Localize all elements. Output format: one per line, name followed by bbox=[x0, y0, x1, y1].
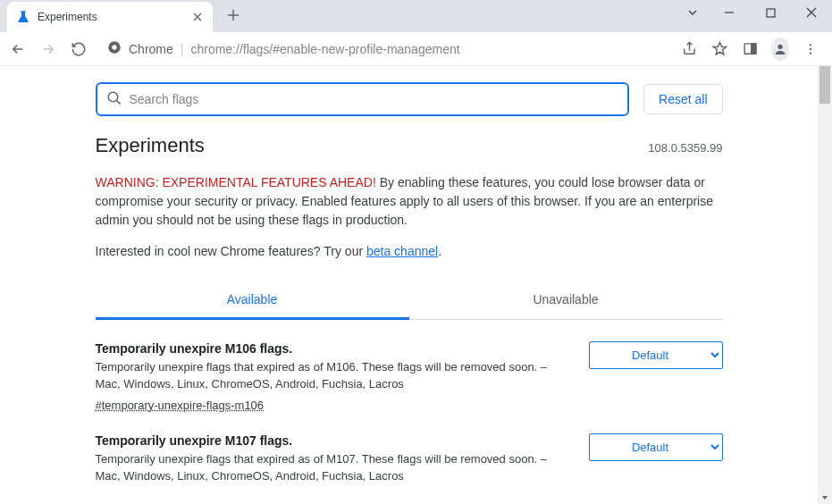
svg-point-7 bbox=[810, 47, 811, 49]
flag-title: Temporarily unexpire M106 flags. bbox=[96, 341, 567, 356]
flag-state-select[interactable]: Default bbox=[589, 433, 723, 461]
back-button[interactable] bbox=[7, 38, 29, 60]
svg-point-9 bbox=[108, 92, 118, 102]
omnibox-url: chrome://flags/#enable-new-profile-manag… bbox=[190, 42, 459, 56]
profile-avatar[interactable] bbox=[771, 40, 789, 58]
bookmark-star-icon[interactable] bbox=[710, 40, 728, 58]
tab-search-chevron-icon[interactable] bbox=[677, 0, 709, 25]
close-tab-icon[interactable] bbox=[191, 9, 204, 26]
browser-tab[interactable]: Experiments bbox=[7, 2, 213, 32]
beta-line: Interested in cool new Chrome features? … bbox=[96, 244, 723, 258]
vertical-scrollbar[interactable] bbox=[818, 66, 832, 504]
scrollbar-down-arrow-icon[interactable] bbox=[819, 491, 830, 504]
titlebar: Experiments bbox=[0, 0, 832, 32]
warning-text: WARNING: EXPERIMENTAL FEATURES AHEAD! By… bbox=[96, 173, 723, 230]
window-controls bbox=[677, 0, 832, 25]
forward-button bbox=[38, 38, 59, 60]
address-bar[interactable]: Chrome | chrome://flags/#enable-new-prof… bbox=[98, 40, 671, 57]
flag-anchor-link[interactable]: #temporary-unexpire-flags-m106 bbox=[96, 399, 265, 412]
flask-icon bbox=[16, 10, 30, 24]
tab-unavailable[interactable]: Unavailable bbox=[409, 281, 723, 320]
svg-point-8 bbox=[810, 52, 811, 54]
reload-button[interactable] bbox=[68, 38, 89, 60]
page-content: Reset all Experiments 108.0.5359.99 WARN… bbox=[0, 66, 818, 504]
side-panel-icon[interactable] bbox=[741, 40, 759, 58]
flag-description: Temporarily unexpire flags that expired … bbox=[96, 359, 567, 393]
svg-point-2 bbox=[112, 45, 116, 49]
tab-available[interactable]: Available bbox=[96, 281, 409, 320]
window-maximize-icon[interactable] bbox=[750, 0, 791, 25]
svg-rect-4 bbox=[751, 44, 755, 54]
beta-channel-link[interactable]: beta channel bbox=[366, 244, 438, 258]
omnibox-separator: | bbox=[181, 42, 184, 56]
kebab-menu-icon[interactable] bbox=[802, 40, 819, 58]
reset-all-button[interactable]: Reset all bbox=[643, 84, 722, 114]
warning-prefix: WARNING: EXPERIMENTAL FEATURES AHEAD! bbox=[96, 175, 376, 189]
omnibox-origin: Chrome bbox=[129, 42, 173, 56]
flag-description: Temporarily unexpire flags that expired … bbox=[96, 451, 567, 485]
page-title: Experiments bbox=[96, 134, 205, 157]
search-icon bbox=[106, 90, 122, 109]
scrollbar-thumb[interactable] bbox=[819, 66, 830, 104]
new-tab-button[interactable] bbox=[222, 4, 245, 29]
search-flags-field[interactable] bbox=[96, 82, 630, 116]
chrome-product-icon bbox=[107, 40, 122, 57]
svg-rect-0 bbox=[767, 9, 775, 17]
window-close-icon[interactable] bbox=[791, 0, 832, 25]
flag-title: Temporarily unexpire M107 flags. bbox=[96, 433, 567, 448]
tabs: Available Unavailable bbox=[96, 281, 723, 320]
flag-item: Temporarily unexpire M107 flags. Tempora… bbox=[96, 412, 723, 491]
browser-toolbar: Chrome | chrome://flags/#enable-new-prof… bbox=[0, 32, 832, 66]
svg-point-6 bbox=[810, 44, 811, 46]
flag-state-select[interactable]: Default bbox=[589, 341, 723, 369]
search-input[interactable] bbox=[130, 92, 619, 106]
svg-point-5 bbox=[777, 44, 782, 48]
tab-title: Experiments bbox=[38, 11, 191, 23]
share-icon[interactable] bbox=[680, 40, 698, 58]
window-minimize-icon[interactable] bbox=[709, 0, 750, 25]
flag-item: Temporarily unexpire M106 flags. Tempora… bbox=[96, 320, 723, 412]
version-label: 108.0.5359.99 bbox=[648, 141, 722, 155]
